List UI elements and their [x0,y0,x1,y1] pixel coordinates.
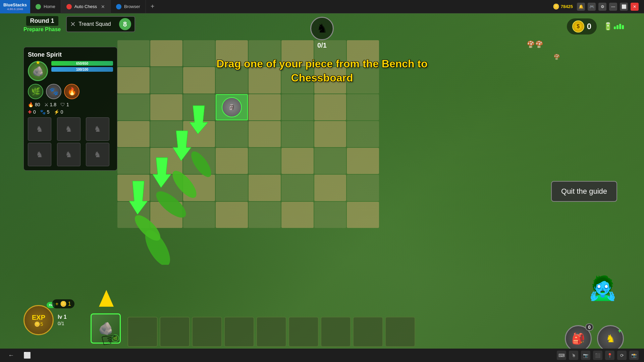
gamepad-button[interactable]: 🎮 [588,3,596,11]
cell-5-5[interactable] [281,175,314,201]
item-slot-5[interactable]: ♞ [57,143,80,166]
cell-2-4[interactable] [249,94,281,120]
star-rating: ★ [36,59,40,66]
score-label: 0/1 [317,42,327,49]
cell-4-1[interactable] [150,148,182,174]
exp-info: lv 1 0/1 [58,314,67,326]
cell-1-1[interactable] [150,67,182,93]
cell-3-3[interactable] [216,121,248,147]
bag-button[interactable]: 0 🎒 [565,325,592,352]
cell-6-0[interactable] [117,202,150,228]
home-taskbar-button[interactable]: ⬜ [21,350,34,360]
item-slot-6[interactable]: ♞ [86,143,109,166]
cell-0-1[interactable] [150,40,182,66]
item-slot-1[interactable]: ♞ [28,117,51,141]
cell-0-2[interactable] [183,40,215,66]
cell-3-6[interactable] [314,121,346,147]
squad-name: Treant Squad [78,21,111,27]
recent-apps-icon[interactable]: ⬛ [593,351,602,360]
cell-4-5[interactable] [281,148,314,174]
cell-3-7[interactable] [347,121,379,147]
item-slot-2[interactable]: ♞ [57,117,80,141]
cell-4-2[interactable] [183,148,215,174]
item-slot-3[interactable]: ♞ [86,117,109,141]
cell-2-5[interactable] [281,94,314,120]
cell-6-3[interactable] [216,202,248,228]
bench-slot-3[interactable] [192,317,222,347]
cell-3-2[interactable] [183,121,215,147]
ability-icon-3[interactable]: 🔥 [64,84,79,99]
quit-guide-button[interactable]: Quit the guide [551,181,617,202]
tab-close-icon[interactable]: ✕ [101,4,105,9]
cell-5-1[interactable] [150,175,182,201]
cell-2-1[interactable] [150,94,182,120]
recruit-button[interactable]: ♞ + [597,325,624,352]
screenshot-icon[interactable]: 📸 [629,351,639,360]
cell-4-7[interactable] [347,148,379,174]
cell-6-1[interactable] [150,202,182,228]
camera-icon[interactable]: 📷 [581,351,590,360]
cell-4-0[interactable] [117,148,150,174]
cell-2-6[interactable] [314,94,346,120]
cell-5-6[interactable] [314,175,346,201]
ability-icon-2[interactable]: 🐾 [46,84,61,99]
cell-2-3-highlighted[interactable]: 🗿 [216,94,248,120]
center-hud: ♞ 0/1 [310,17,334,49]
item-slot-4[interactable]: ♞ [28,143,51,166]
tab-browser[interactable]: Browser [111,0,146,13]
tab-autochess[interactable]: Auto Chess ✕ [61,0,111,13]
cell-2-0[interactable] [117,94,150,120]
maximize-button[interactable]: ⬜ [620,3,628,11]
exp-button[interactable]: +4 EXP 🪙 5 [23,305,54,335]
cell-5-7[interactable] [347,175,379,201]
cell-3-0[interactable] [117,121,150,147]
exp-progress: 0/1 [58,321,67,326]
cell-4-6[interactable] [314,148,346,174]
cell-6-5[interactable] [281,202,314,228]
bench-piece-area: 🪨 🌿 ☞ [91,313,121,344]
bench-slot-4[interactable] [224,317,254,347]
keyboard-icon[interactable]: ⌨ [557,351,566,360]
cell-3-1[interactable] [150,121,182,147]
cell-6-4[interactable] [249,202,281,228]
cell-2-2[interactable] [183,94,215,120]
tab-home[interactable]: Home [30,0,61,13]
right-hud: $ 0 🔋 [567,18,624,35]
cell-5-4[interactable] [249,175,281,201]
back-button[interactable]: ← [5,351,17,360]
cell-6-7[interactable] [347,202,379,228]
titlebar: BlueStacks 4.90.0.1046 Home Auto Chess ✕… [0,0,644,13]
mouse-icon[interactable]: 🖱 [569,351,578,360]
cell-6-2[interactable] [183,202,215,228]
cell-3-5[interactable] [281,121,314,147]
location-icon[interactable]: 📍 [605,351,614,360]
cell-4-3[interactable] [216,148,248,174]
close-button[interactable]: ✕ [631,3,639,11]
ability-icon-1[interactable]: 🌿 [28,84,43,99]
bench-slot-7[interactable] [321,317,351,347]
bench-slot-1[interactable] [127,317,158,347]
cell-0-0[interactable] [117,40,150,66]
settings-button[interactable]: ⚙ [598,3,606,11]
cell-6-6[interactable] [314,202,346,228]
cell-3-4[interactable] [249,121,281,147]
bench-slot-8[interactable] [353,317,383,347]
character-stats: 650/650 100/100 [51,61,113,73]
cell-5-0[interactable] [117,175,150,201]
cell-4-4[interactable] [249,148,281,174]
bench-slot-6[interactable] [288,317,319,347]
character-avatar-row: ★ 🪨 650/650 100/100 [28,61,113,81]
cell-1-2[interactable] [183,67,215,93]
bench-slot-2[interactable] [160,317,190,347]
new-tab-button[interactable]: + [147,1,158,12]
minimize-button[interactable]: — [609,3,617,11]
rotate-icon[interactable]: ⟳ [617,351,627,360]
cell-1-0[interactable] [117,67,150,93]
cell-2-7[interactable] [347,94,379,120]
bench-slot-9[interactable] [385,317,415,347]
bench-slot-5[interactable] [256,317,286,347]
instruction-line2: Chessboard [291,72,353,84]
notify-button[interactable]: 🔔 [577,3,585,11]
cell-5-3[interactable] [216,175,248,201]
cell-5-2[interactable] [183,175,215,201]
